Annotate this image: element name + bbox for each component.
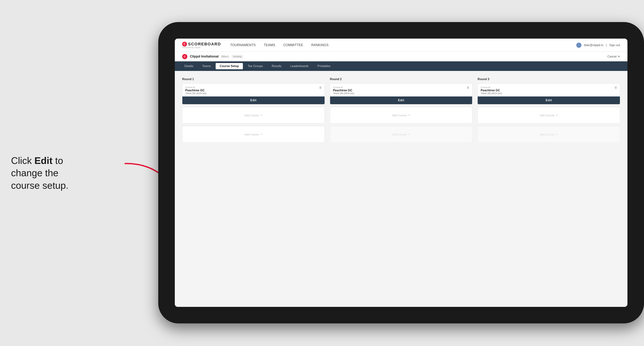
top-navigation: C SCOREBOARD Powered by clippd TOURNAMEN… (175, 39, 628, 52)
separator: | (606, 43, 607, 47)
nav-committee[interactable]: COMMITTEE (283, 43, 303, 47)
plus-icon: + (260, 113, 262, 117)
round-2-course-name: Peachtree GC (333, 89, 470, 92)
nav-teams[interactable]: TEAMS (264, 43, 275, 47)
cancel-label: Cancel (608, 55, 616, 58)
tablet-screen: C SCOREBOARD Powered by clippd TOURNAMEN… (175, 39, 628, 307)
add-course-label: Add Course (244, 114, 259, 117)
avatar (576, 43, 582, 48)
round-3-edit-button[interactable]: Edit (478, 96, 620, 104)
tab-course-setup[interactable]: Course Setup (216, 63, 243, 69)
tab-teams[interactable]: Teams (198, 63, 215, 69)
tablet-device: C SCOREBOARD Powered by clippd TOURNAMEN… (158, 22, 644, 323)
logo-letter: C (182, 42, 187, 46)
round-1-course-label: (Course A) (185, 86, 322, 88)
plus-icon-2: + (260, 133, 262, 136)
round-2-edit-button[interactable]: Edit (330, 96, 472, 104)
tab-details[interactable]: Details (180, 63, 198, 69)
tournament-gender: (Men) (221, 55, 229, 58)
round-3-add-course-2: Add Course + (478, 126, 620, 143)
round-1-course-details: Yellow (M) (6629 yds) (185, 92, 322, 95)
instruction-bold: Edit (34, 155, 52, 166)
round-3-course-card: (Course A) Peachtree GC Yellow (M) (6629… (478, 83, 620, 104)
r3-plus-icon: + (556, 113, 558, 117)
round-2-course-details: Yellow (M) (6629 yds) (333, 92, 470, 95)
r2-plus-icon: + (408, 113, 410, 117)
round-3-label: Round 3 (478, 78, 620, 81)
nav-right: blair@clippd.io | Sign out (576, 43, 620, 48)
app-logo: C SCOREBOARD Powered by clippd (182, 42, 221, 48)
round-2-course-header: (Course A) Peachtree GC Yellow (M) (6629… (330, 84, 472, 96)
tab-printables[interactable]: Printables (313, 63, 334, 69)
main-content: Round 1 (Course A) Peachtree GC Yellow (… (175, 71, 628, 307)
app-subtitle: Powered by clippd (182, 46, 221, 48)
round-1-course-header: (Course A) Peachtree GC Yellow (M) (6629… (182, 84, 324, 96)
round-1-add-course-1[interactable]: Add Course + (182, 107, 325, 124)
round-2-add-course-2: Add Course + (330, 126, 472, 143)
round-1-delete-button[interactable]: 🗑 (318, 85, 323, 90)
tournament-logo: C (182, 54, 187, 59)
sign-out-link[interactable]: Sign out (609, 43, 620, 47)
round-1-column: Round 1 (Course A) Peachtree GC Yellow (… (182, 78, 325, 145)
round-3-course-header: (Course A) Peachtree GC Yellow (M) (6629… (478, 84, 620, 96)
round-3-delete-button[interactable]: 🗑 (614, 85, 618, 90)
round-3-course-details: Yellow (M) (6629 yds) (480, 92, 617, 95)
rounds-grid: Round 1 (Course A) Peachtree GC Yellow (… (182, 78, 620, 145)
nav-rankings[interactable]: RANKINGS (311, 43, 328, 47)
tournament-badge: Hosting (232, 55, 243, 58)
r3-plus-icon-2: + (556, 133, 558, 136)
tournament-info: C Clippd Invitational (Men) Hosting (182, 54, 243, 59)
round-3-column: Round 3 (Course A) Peachtree GC Yellow (… (478, 78, 620, 145)
round-2-label: Round 2 (330, 78, 472, 81)
tab-results[interactable]: Results (268, 63, 286, 69)
app-title: SCOREBOARD (188, 42, 221, 46)
round-2-column: Round 2 (Course A) Peachtree GC Yellow (… (330, 78, 472, 145)
round-3-add-course-1[interactable]: Add Course + (478, 107, 620, 124)
round-3-course-label: (Course A) (480, 86, 617, 88)
round-1-course-card: (Course A) Peachtree GC Yellow (M) (6629… (182, 83, 325, 104)
round-2-course-card: (Course A) Peachtree GC Yellow (M) (6629… (330, 83, 472, 104)
cancel-button[interactable]: Cancel ✕ (608, 55, 620, 58)
round-2-delete-button[interactable]: 🗑 (466, 85, 470, 90)
cancel-icon: ✕ (618, 55, 620, 58)
tab-leaderboards[interactable]: Leaderboards (286, 63, 312, 69)
user-email: blair@clippd.io (584, 43, 603, 47)
r2-plus-icon-2: + (408, 133, 410, 136)
tabs-bar: Details Teams Course Setup Tee Groups Re… (175, 61, 628, 71)
tournament-bar: C Clippd Invitational (Men) Hosting Canc… (175, 52, 628, 61)
r3-add-course-label-2: Add Course (540, 133, 554, 136)
round-1-edit-button[interactable]: Edit (182, 96, 324, 104)
nav-tournaments[interactable]: TOURNAMENTS (230, 43, 256, 47)
r3-add-course-label: Add Course (540, 114, 554, 117)
tournament-name: Clippd Invitational (190, 55, 218, 58)
tab-tee-groups[interactable]: Tee Groups (244, 63, 267, 69)
add-course-label-2: Add Course (244, 133, 259, 136)
r2-add-course-label: Add Course (392, 114, 407, 117)
round-1-course-name: Peachtree GC (185, 89, 322, 92)
round-1-add-course-2[interactable]: Add Course + (182, 126, 325, 143)
r2-add-course-label-2: Add Course (392, 133, 407, 136)
round-1-label: Round 1 (182, 78, 325, 81)
nav-links: TOURNAMENTS TEAMS COMMITTEE RANKINGS (230, 43, 576, 47)
round-3-course-name: Peachtree GC (480, 89, 617, 92)
round-2-add-course-1[interactable]: Add Course + (330, 107, 472, 124)
instruction-text: Click Edit tochange thecourse setup. (11, 154, 118, 192)
round-2-course-label: (Course A) (333, 86, 470, 88)
